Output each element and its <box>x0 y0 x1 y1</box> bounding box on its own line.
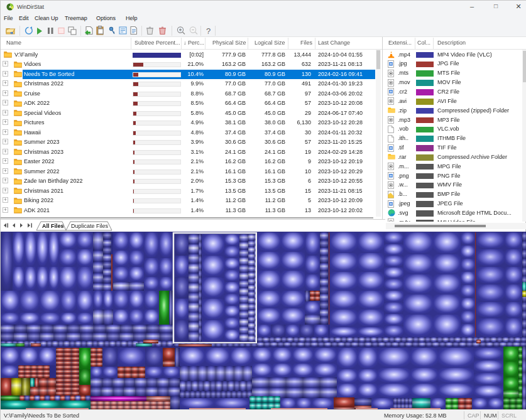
svg-text:All Files: All Files <box>42 223 64 229</box>
svg-text:Duplicate Files: Duplicate Files <box>71 223 109 229</box>
